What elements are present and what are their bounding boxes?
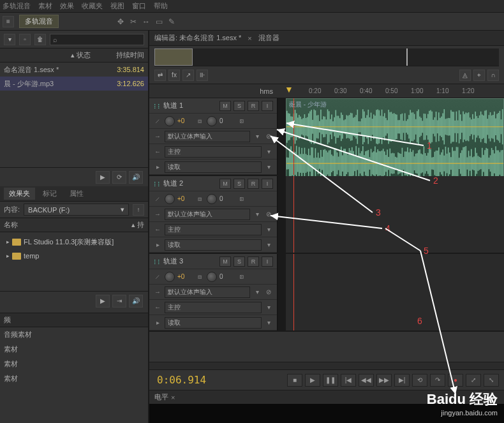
zoom-out-button[interactable]: ⤢ (466, 374, 481, 387)
rewind-button[interactable]: ◀◀ (359, 374, 374, 387)
waveform-mode-button[interactable]: ≡ (3, 16, 14, 27)
time-ruler[interactable]: ▼ 0:20 0:30 0:40 0:50 1:00 1:10 1:20 (277, 84, 504, 98)
snap-button[interactable]: ⌖ (473, 70, 485, 81)
monitor-input-button[interactable]: I (262, 179, 273, 189)
automation-expand-icon[interactable]: ▸ (153, 241, 162, 249)
category-item[interactable]: 素材 (0, 342, 148, 357)
monitor-input-button[interactable]: I (262, 256, 273, 267)
input-config-button[interactable]: ▾ (253, 210, 262, 219)
brush-tool-icon[interactable]: ✎ (166, 16, 177, 27)
menu-item[interactable]: 窗口 (132, 1, 146, 11)
solo-button[interactable]: S (233, 101, 245, 111)
file-row[interactable]: 晨 - 少年游.mp3 3:12.626 (0, 77, 148, 91)
zoom-in-button[interactable]: ⤡ (484, 374, 499, 387)
automation-expand-icon[interactable]: ▸ (153, 318, 162, 327)
timecode-display[interactable]: 0:06.914 (154, 374, 282, 386)
horizontal-scrollbar[interactable] (149, 362, 504, 369)
tab-properties[interactable]: 属性 (64, 188, 89, 200)
folder-row[interactable]: ▸ FL Studio 11.0.3[亲测兼容版] (0, 235, 148, 249)
automation-mode-dropdown[interactable]: 读取 (165, 239, 262, 251)
output-config-button[interactable]: ▾ (264, 303, 273, 312)
phase-icon[interactable]: ⦻ (237, 117, 246, 126)
output-dropdown[interactable]: 主控 (165, 224, 262, 235)
mono-stereo-button[interactable]: ⊘ (264, 132, 273, 141)
import-button[interactable]: ⇥ (112, 295, 126, 308)
volume-knob[interactable] (165, 116, 175, 126)
pan-knob[interactable] (207, 272, 217, 282)
menu-item[interactable]: 效果 (60, 1, 74, 11)
autoplay-button[interactable]: 🔊 (129, 171, 143, 184)
volume-knob[interactable] (165, 194, 175, 204)
record-button[interactable]: ● (448, 374, 463, 387)
expand-icon[interactable]: ▸ (6, 253, 10, 259)
pan-value[interactable]: 0 (219, 195, 235, 202)
track-lane[interactable] (286, 176, 504, 253)
selection-tool-icon[interactable]: ▭ (153, 16, 165, 27)
input-dropdown[interactable]: 默认立体声输入 (165, 286, 250, 298)
volume-value[interactable]: +0 (177, 117, 193, 124)
drive-dropdown[interactable]: BACKUP (F:)▾ (24, 204, 129, 216)
tab-effects-rack[interactable]: 效果夹 (4, 188, 35, 200)
track-name[interactable]: 轨道 1 (163, 101, 217, 110)
go-start-button[interactable]: |◀ (341, 374, 356, 387)
volume-value[interactable]: +0 (177, 195, 193, 202)
multitrack-mode-button[interactable]: 多轨混音 (19, 15, 59, 28)
mono-stereo-button[interactable]: ⊘ (264, 210, 273, 219)
up-folder-button[interactable]: ↑ (133, 204, 144, 216)
close-tab-button[interactable]: × (248, 34, 251, 42)
skip-button[interactable]: ↷ (430, 374, 445, 387)
category-header[interactable]: 频 (0, 313, 148, 327)
pan-knob[interactable] (207, 194, 217, 204)
forward-button[interactable]: ▶▶ (376, 374, 392, 387)
arm-record-button[interactable]: R (248, 179, 259, 189)
playhead-marker-icon[interactable]: ▼ (285, 84, 293, 94)
input-dropdown[interactable]: 默认立体声输入 (165, 209, 250, 220)
menu-item[interactable]: 帮助 (154, 1, 168, 11)
pan-value[interactable]: 0 (219, 273, 235, 280)
file-row[interactable]: 命名混音 1.sesx * 3:35.814 (0, 63, 148, 77)
pan-value[interactable]: 0 (219, 117, 235, 124)
expand-icon[interactable]: ▸ (6, 239, 10, 245)
stop-button[interactable]: ■ (287, 374, 302, 387)
track-lane[interactable]: 薇晨 - 少年游 (286, 98, 504, 175)
mute-button[interactable]: M (219, 101, 231, 111)
input-config-button[interactable]: ▾ (253, 132, 262, 141)
track-name[interactable]: 轨道 2 (163, 179, 217, 188)
monitor-input-button[interactable]: I (262, 101, 273, 111)
playhead[interactable] (293, 98, 294, 175)
editor-tab[interactable]: 编辑器: 未命名混音 1.sesx * (154, 33, 241, 43)
solo-button[interactable]: S (233, 256, 245, 267)
output-dropdown[interactable]: 主控 (165, 302, 262, 313)
dur-column[interactable]: ▴ 持 (131, 220, 144, 230)
status-column[interactable]: ▴ 状态 (71, 50, 91, 60)
new-file-button[interactable]: ▫ (19, 34, 31, 45)
play-preview-button[interactable]: ▶ (96, 171, 110, 184)
solo-button[interactable]: S (233, 179, 245, 189)
mute-button[interactable]: M (219, 179, 231, 189)
name-column[interactable]: 名称 (4, 220, 131, 230)
phase-icon[interactable]: ⦻ (237, 272, 246, 281)
move-tool-icon[interactable]: ✥ (115, 16, 126, 27)
phase-icon[interactable]: ⦻ (237, 195, 246, 204)
input-config-button[interactable]: ▾ (253, 288, 262, 297)
fx-button[interactable]: fx (168, 70, 180, 81)
loop-button[interactable]: ⟳ (112, 171, 126, 184)
volume-value[interactable]: +0 (177, 273, 193, 280)
automation-mode-dropdown[interactable]: 读取 (165, 161, 262, 173)
close-levels-button[interactable]: × (171, 394, 175, 401)
overview-bar[interactable] (154, 48, 499, 66)
automation-mode-dropdown[interactable]: 读取 (165, 317, 262, 329)
output-config-button[interactable]: ▾ (264, 225, 273, 234)
ruler-unit[interactable]: hms (149, 84, 277, 98)
audio-clip[interactable]: 薇晨 - 少年游 (286, 98, 504, 181)
pan-knob[interactable] (207, 116, 217, 126)
play-button[interactable]: ▶ (305, 374, 320, 387)
menu-item[interactable]: 收藏夹 (82, 1, 103, 11)
track-name[interactable]: 轨道 3 (163, 256, 217, 266)
menu-item[interactable]: 多轨混音 (3, 1, 31, 11)
slip-tool-icon[interactable]: ↔ (140, 16, 152, 27)
toggle-loop-button[interactable]: ⇄ (154, 70, 166, 81)
category-item[interactable]: 素材 (0, 371, 148, 386)
pause-button[interactable]: ❚❚ (323, 374, 338, 387)
eq-button[interactable]: ⊪ (196, 70, 208, 81)
